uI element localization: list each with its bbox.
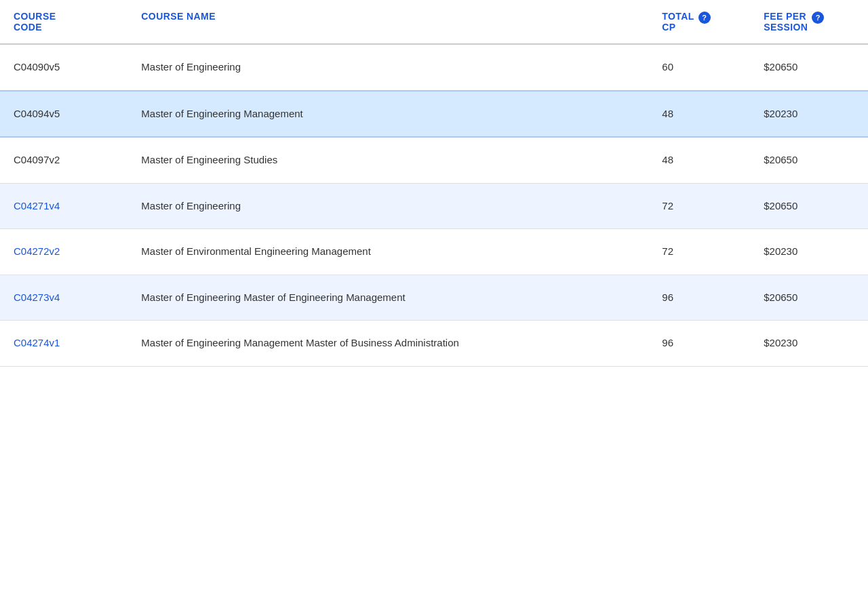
course-code-cell: C04097v2 xyxy=(0,137,127,183)
total-cp-cell: 72 xyxy=(648,229,750,275)
course-name-cell: Master of Environmental Engineering Mana… xyxy=(127,229,648,275)
course-name-cell: Master of Engineering xyxy=(127,44,648,91)
col-header-cp: TOTAL CP ? xyxy=(648,0,750,44)
col-header-code: COURSE CODE xyxy=(0,0,127,44)
col-fee-label: FEE PER SESSION xyxy=(764,11,808,33)
course-name-cell: Master of Engineering Master of Engineer… xyxy=(127,275,648,321)
fee-per-session-cell: $20650 xyxy=(750,183,868,229)
total-cp-cell: 96 xyxy=(648,275,750,321)
courses-table: COURSE CODE COURSE NAME TOTAL CP xyxy=(0,0,868,367)
col-header-fee: FEE PER SESSION ? xyxy=(750,0,868,44)
table-row: C04094v5Master of Engineering Management… xyxy=(0,91,868,138)
table-row: C04273v4Master of Engineering Master of … xyxy=(0,275,868,321)
col-name-label: COURSE NAME xyxy=(141,11,216,22)
table-body: C04090v5Master of Engineering60$20650C04… xyxy=(0,44,868,366)
help-icon-fee[interactable]: ? xyxy=(812,12,824,24)
col-code-label: COURSE CODE xyxy=(14,11,56,33)
course-name-cell: Master of Engineering Management Master … xyxy=(127,321,648,367)
course-code-cell: C04094v5 xyxy=(0,91,127,138)
table-row: C04274v1Master of Engineering Management… xyxy=(0,321,868,367)
total-cp-cell: 48 xyxy=(648,137,750,183)
fee-per-session-cell: $20650 xyxy=(750,137,868,183)
total-cp-cell: 60 xyxy=(648,44,750,91)
course-code-cell[interactable]: C04271v4 xyxy=(0,183,127,229)
fee-per-session-cell: $20230 xyxy=(750,321,868,367)
course-code-cell: C04090v5 xyxy=(0,44,127,91)
course-code-cell[interactable]: C04274v1 xyxy=(0,321,127,367)
fee-per-session-cell: $20650 xyxy=(750,44,868,91)
course-code-cell[interactable]: C04273v4 xyxy=(0,275,127,321)
total-cp-cell: 48 xyxy=(648,91,750,138)
fee-per-session-cell: $20650 xyxy=(750,275,868,321)
total-cp-cell: 72 xyxy=(648,183,750,229)
col-header-name: COURSE NAME xyxy=(127,0,648,44)
table-header-row: COURSE CODE COURSE NAME TOTAL CP xyxy=(0,0,868,44)
total-cp-cell: 96 xyxy=(648,321,750,367)
fee-per-session-cell: $20230 xyxy=(750,229,868,275)
course-name-cell: Master of Engineering Studies xyxy=(127,137,648,183)
fee-per-session-cell: $20230 xyxy=(750,91,868,138)
course-name-cell: Master of Engineering Management xyxy=(127,91,648,138)
table-row: C04271v4Master of Engineering72$20650 xyxy=(0,183,868,229)
col-cp-label: TOTAL CP xyxy=(662,11,694,33)
table-row: C04272v2Master of Environmental Engineer… xyxy=(0,229,868,275)
table-container: COURSE CODE COURSE NAME TOTAL CP xyxy=(0,0,868,606)
table-row: C04097v2Master of Engineering Studies48$… xyxy=(0,137,868,183)
course-name-cell: Master of Engineering xyxy=(127,183,648,229)
help-icon-cp[interactable]: ? xyxy=(698,12,711,24)
table-row: C04090v5Master of Engineering60$20650 xyxy=(0,44,868,91)
course-code-cell[interactable]: C04272v2 xyxy=(0,229,127,275)
